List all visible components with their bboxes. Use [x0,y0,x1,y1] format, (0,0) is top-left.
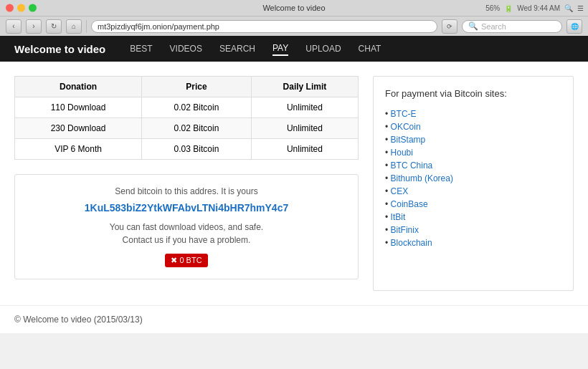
site-item: Blockchain [385,236,561,249]
reload-button[interactable]: ↻ [46,19,62,34]
nav-best[interactable]: BEST [130,42,152,55]
site-link[interactable]: Houbi [391,148,413,158]
minimize-button[interactable] [17,4,25,12]
site-link[interactable]: ItBit [391,212,406,222]
payment-sites-panel: For payment via Bitcoin sites: BTC-EOKCo… [373,76,574,291]
tor-icon[interactable]: 🌐 [566,19,582,34]
bitcoin-address[interactable]: 1KuL583biZ2YtkWFAbvLTNi4bHR7hmY4c7 [27,202,346,214]
title-bar-icons: 56% 🔋 Wed 9:44 AM 🔍 ☰ [485,4,584,12]
search-icon: 🔍 [468,21,478,31]
forward-button[interactable]: › [26,19,42,34]
site-item: Bithumb (Korea) [385,172,561,185]
site-link[interactable]: BitStamp [391,135,426,145]
site-link[interactable]: BTC China [391,160,433,171]
main-content: Donation Price Daily Limit 110 Download0… [0,62,588,305]
site-item: BTC-E [385,107,561,120]
download-info: You can fast download videos, and safe. … [27,221,346,246]
site-item: ItBit [385,211,561,224]
bitcoin-box: Send bitcoin to this addres. It is yours… [14,174,359,279]
close-button[interactable] [6,4,14,12]
payment-sites-heading: For payment via Bitcoin sites: [385,88,561,99]
cell-limit: Unlimited [251,139,358,160]
search-bar[interactable]: 🔍 Search [462,20,562,33]
browser-toolbar: ‹ › ↻ ⌂ mt3pizdiyqf6jm.onion/payment.php… [0,16,588,36]
site-item: BitFinix [385,224,561,236]
cell-price: 0.03 Bitcoin [142,139,252,160]
site-link[interactable]: BTC-E [391,109,417,119]
table-row: 230 Download0.02 BitcoinUnlimited [15,118,359,139]
nav-pay[interactable]: PAY [272,42,288,56]
title-bar: Welcome to video 56% 🔋 Wed 9:44 AM 🔍 ☰ [0,0,588,16]
nav-videos[interactable]: VIDEOS [170,42,202,55]
search-placeholder: Search [481,22,506,31]
site-item: OKCoin [385,120,561,133]
address-text: mt3pizdiyqf6jm.onion/payment.php [98,22,219,31]
nav-chat[interactable]: CHAT [359,42,381,55]
site-link[interactable]: OKCoin [391,122,421,132]
table-row: 110 Download0.02 BitcoinUnlimited [15,97,359,118]
table-row: VIP 6 Month0.03 BitcoinUnlimited [15,139,359,160]
footer-text: © Welcome to video (2015/03/13) [14,315,143,325]
separator [86,20,87,33]
window-title: Welcome to video [262,4,325,12]
cell-limit: Unlimited [251,97,358,118]
cell-limit: Unlimited [251,118,358,139]
col-price: Price [142,77,252,97]
site-item: Houbi [385,146,561,159]
cell-donation: 230 Download [15,118,142,139]
site-link[interactable]: Bithumb (Korea) [391,173,453,183]
site-item: CoinBase [385,198,561,211]
site-item: BTC China [385,159,561,172]
cell-donation: VIP 6 Month [15,139,142,160]
address-bar[interactable]: mt3pizdiyqf6jm.onion/payment.php [91,20,437,33]
back-button[interactable]: ‹ [6,19,22,34]
site-title: Welcome to video [14,43,105,55]
site-link[interactable]: CEX [391,186,409,196]
nav-upload[interactable]: UPLOAD [305,42,341,55]
home-button[interactable]: ⌂ [66,19,82,34]
btc-badge: ✖ 0 BTC [165,254,207,267]
sites-list: BTC-EOKCoinBitStampHoubiBTC ChinaBithumb… [385,107,561,249]
col-limit: Daily Limit [251,77,358,97]
payment-table: Donation Price Daily Limit 110 Download0… [14,76,359,160]
col-donation: Donation [15,77,142,97]
site-link[interactable]: CoinBase [391,199,428,209]
site-item: BitStamp [385,133,561,146]
refresh-icon[interactable]: ⟳ [442,19,457,34]
cell-price: 0.02 Bitcoin [142,118,252,139]
site-link[interactable]: BitFinix [391,225,419,235]
site-item: CEX [385,185,561,198]
footer: © Welcome to video (2015/03/13) [0,305,588,333]
maximize-button[interactable] [29,4,37,12]
send-text: Send bitcoin to this addres. It is yours [27,186,346,196]
nav-search[interactable]: SEARCH [219,42,255,55]
cell-price: 0.02 Bitcoin [142,97,252,118]
table-section: Donation Price Daily Limit 110 Download0… [14,76,359,291]
site-link[interactable]: Blockchain [391,238,432,248]
site-navigation: Welcome to video BEST VIDEOS SEARCH PAY … [0,36,588,62]
cell-donation: 110 Download [15,97,142,118]
